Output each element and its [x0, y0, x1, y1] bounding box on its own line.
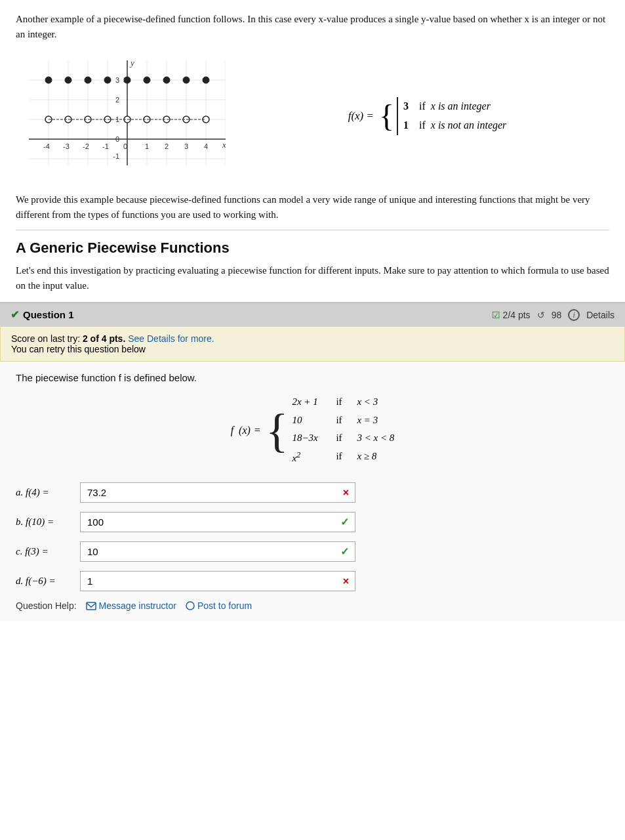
- svg-point-36: [85, 77, 91, 83]
- score-notice-line1: Score on last try: 2 of 4 pts. See Detai…: [11, 333, 614, 344]
- pts-check-icon: ☑: [492, 310, 500, 320]
- score-notice: Score on last try: 2 of 4 pts. See Detai…: [0, 326, 625, 362]
- case2-if: if: [419, 116, 426, 135]
- svg-point-61: [186, 602, 194, 610]
- case-row-2: 1 if x is not an integer: [403, 116, 506, 135]
- svg-point-38: [124, 77, 131, 83]
- intro-text: Another example of a piecewise-defined f…: [16, 12, 609, 41]
- message-instructor-text: Message instructor: [99, 600, 176, 611]
- svg-text:3: 3: [115, 76, 119, 84]
- score-notice-line2: You can retry this question below: [11, 344, 614, 354]
- case1-if: if: [419, 97, 426, 116]
- svg-text:-1: -1: [102, 142, 109, 150]
- answer-input-c[interactable]: [80, 541, 355, 562]
- case2-num: 1: [403, 116, 414, 135]
- formula-box: f(x) = { 3 if x is an integer 1 if x is …: [245, 97, 609, 135]
- pw-expr-1: 2x + 1: [292, 394, 328, 411]
- pw-formula: f (x) = { 2x + 1 if x < 3 10 if x = 3 18…: [16, 394, 609, 467]
- answer-row-a: a. f(4) = ×: [16, 482, 609, 503]
- pw-cond-1: x < 3: [357, 394, 378, 411]
- question-help: Question Help: Message instructor Post t…: [16, 600, 609, 611]
- answer-label-c: c. f(3) =: [16, 546, 75, 557]
- info-icon: i: [568, 309, 580, 321]
- answer-label-a: a. f(4) =: [16, 487, 75, 498]
- post-forum-text: Post to forum: [197, 600, 252, 611]
- section-heading: A Generic Piecewise Functions: [16, 240, 609, 257]
- question-checkmark-icon: ✔: [10, 308, 19, 321]
- details-label: Details: [586, 310, 615, 320]
- svg-text:2: 2: [165, 142, 169, 150]
- graph-container: x y -4 -3 -2 -1 0 1 2 3 4 0 1 2 3: [16, 51, 226, 182]
- pw-equals: =: [252, 425, 260, 436]
- see-details-link[interactable]: See Details for more.: [128, 333, 214, 344]
- pw-left-brace: {: [266, 407, 289, 454]
- pw-case-3: 18−3x if 3 < x < 8: [292, 430, 394, 447]
- pw-expr-3: 18−3x: [292, 430, 328, 447]
- svg-point-39: [144, 77, 150, 83]
- svg-text:-4: -4: [43, 142, 50, 150]
- case2-cond: x is not an integer: [431, 116, 507, 135]
- pw-if-3: if: [336, 430, 349, 447]
- answer-input-b[interactable]: [80, 512, 355, 532]
- pw-expr-2: 10: [292, 412, 328, 429]
- answer-status-a: ×: [343, 487, 349, 499]
- answer-input-d[interactable]: [80, 571, 355, 591]
- svg-text:2: 2: [115, 96, 119, 104]
- answer-input-wrap-b: ✓: [80, 512, 355, 532]
- svg-text:1: 1: [145, 142, 149, 150]
- answer-input-wrap-a: ×: [80, 482, 355, 503]
- pts-badge: ☑ 2/4 pts: [492, 310, 531, 320]
- answer-label-d: d. f(−6) =: [16, 576, 75, 587]
- score-bold: 2 of 4 pts.: [83, 333, 125, 344]
- answer-row-c: c. f(3) = ✓: [16, 541, 609, 562]
- svg-point-37: [104, 77, 111, 83]
- pw-case-4: x2 if x ≥ 8: [292, 448, 394, 467]
- question-header: ✔ Question 1 ☑ 2/4 pts ↺ 98 i Details: [0, 303, 625, 326]
- provide-text: We provide this example because piecewis…: [16, 192, 609, 222]
- answer-row-d: d. f(−6) = ×: [16, 571, 609, 591]
- answer-input-wrap-c: ✓: [80, 541, 355, 562]
- post-forum-link[interactable]: Post to forum: [186, 600, 252, 611]
- pw-case-2: 10 if x = 3: [292, 412, 394, 429]
- pw-cond-2: x = 3: [357, 412, 378, 429]
- svg-text:-2: -2: [83, 142, 89, 150]
- question-label: ✔ Question 1: [10, 308, 74, 321]
- svg-text:-1: -1: [113, 152, 119, 160]
- svg-point-35: [65, 77, 71, 83]
- pw-if-1: if: [336, 394, 349, 411]
- message-instructor-link[interactable]: Message instructor: [86, 600, 176, 611]
- question-title: Question 1: [23, 309, 74, 320]
- formula-fx-label: f(x) =: [348, 110, 374, 123]
- message-icon: [86, 602, 96, 610]
- pw-if-2: if: [336, 412, 349, 429]
- svg-text:0: 0: [115, 135, 119, 143]
- graph-formula-row: x y -4 -3 -2 -1 0 1 2 3 4 0 1 2 3: [16, 51, 609, 182]
- answer-status-b: ✓: [340, 516, 349, 528]
- svg-point-34: [45, 77, 52, 83]
- pw-paren-open: (x): [239, 425, 251, 436]
- pw-cond-4: x ≥ 8: [357, 448, 376, 467]
- svg-point-41: [183, 77, 190, 83]
- pts-value: 2/4 pts: [503, 310, 531, 320]
- answer-label-b: b. f(10) =: [16, 516, 75, 528]
- case1-num: 3: [403, 97, 414, 116]
- answer-input-wrap-d: ×: [80, 571, 355, 591]
- forum-icon: [186, 601, 195, 610]
- left-brace: {: [379, 100, 394, 132]
- pw-cases: 2x + 1 if x < 3 10 if x = 3 18−3x if 3 <…: [292, 394, 394, 467]
- svg-text:x: x: [222, 140, 226, 150]
- question-help-label: Question Help:: [16, 600, 77, 611]
- retry-icon: ↺: [537, 310, 545, 320]
- top-divider: [16, 230, 609, 230]
- retry-count: 98: [552, 310, 562, 320]
- brace-cases: 3 if x is an integer 1 if x is not an in…: [397, 97, 506, 135]
- svg-rect-60: [87, 602, 96, 610]
- svg-text:-3: -3: [63, 142, 70, 150]
- svg-point-40: [163, 77, 170, 83]
- question-meta: ☑ 2/4 pts ↺ 98 i Details: [492, 309, 615, 321]
- piecewise-graph: x y -4 -3 -2 -1 0 1 2 3 4 0 1 2 3: [16, 51, 226, 182]
- pw-cond-3: 3 < x < 8: [357, 430, 394, 447]
- svg-text:0: 0: [123, 142, 127, 150]
- answer-input-a[interactable]: [80, 482, 355, 503]
- pw-case-1: 2x + 1 if x < 3: [292, 394, 394, 411]
